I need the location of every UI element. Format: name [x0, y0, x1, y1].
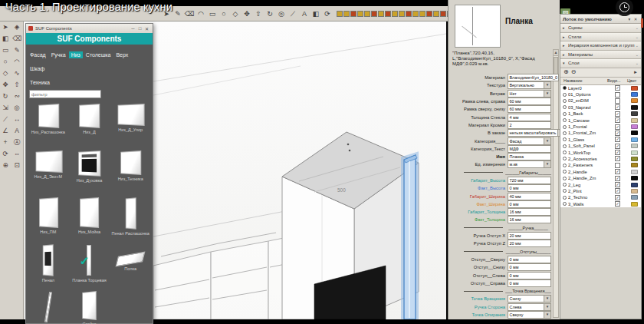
option-input[interactable]: 4 мм	[508, 114, 551, 121]
swatch-12[interactable]	[419, 11, 426, 17]
polygon-tool[interactable]: ◇	[0, 68, 11, 78]
layer-row[interactable]: 1_Frontal✓	[560, 124, 641, 130]
scroll-up-icon[interactable]: ▲	[554, 50, 558, 56]
maximize-button[interactable]: □	[136, 26, 143, 31]
layer-active-radio[interactable]	[563, 144, 567, 148]
layer-color-swatch[interactable]	[631, 137, 638, 142]
tray-section-Слои[interactable]: ▾Слои⌄	[560, 59, 641, 68]
option-input[interactable]: 20 мм	[508, 240, 551, 247]
layer-visible-checkbox[interactable]: ✓	[615, 169, 620, 174]
layer-color-swatch[interactable]	[631, 92, 638, 97]
layer-details-button[interactable]: ►	[633, 70, 638, 74]
option-input[interactable]: 0 мм	[508, 263, 551, 271]
dropdown-arrow-icon[interactable]: ▼	[544, 295, 551, 303]
orbit-tool[interactable]: ⟳	[0, 148, 11, 159]
add-layer-button[interactable]: ⊕	[564, 68, 569, 76]
dropdown-arrow-icon[interactable]: ▼	[544, 137, 551, 145]
component-filter-input[interactable]	[29, 90, 101, 98]
protractor-tool[interactable]: ∠	[0, 125, 11, 136]
layer-active-radio[interactable]	[563, 157, 567, 160]
layer-visible-checkbox[interactable]: ✓	[615, 111, 620, 117]
layer-row[interactable]: 1_Carcase✓	[560, 117, 641, 123]
tab-Столешка[interactable]: Столешка	[84, 51, 113, 58]
option-select-value[interactable]: Вертикально	[508, 81, 544, 89]
paint-tool[interactable]: ◧	[0, 33, 11, 44]
layer-active-radio[interactable]	[563, 177, 567, 180]
swatch-11[interactable]	[412, 11, 419, 17]
layer-visible-checkbox[interactable]: ✓	[615, 117, 620, 123]
move-icon[interactable]: ✥	[242, 8, 252, 19]
layer-visible-checkbox[interactable]: ✓	[615, 176, 620, 181]
tab-Техника[interactable]: Техника	[28, 79, 52, 86]
component-card[interactable]: Пенал	[28, 242, 69, 289]
option-select-value[interactable]: м.кв	[508, 160, 544, 168]
layer-row[interactable]: Layer0✓	[560, 85, 641, 91]
minimize-button[interactable]: ─	[130, 26, 136, 31]
swatch-13[interactable]	[426, 11, 432, 17]
layer-active-radio[interactable]	[563, 86, 567, 90]
layer-active-radio[interactable]	[563, 150, 567, 154]
option-select-value[interactable]: Слева	[508, 303, 544, 311]
layer-row[interactable]: 1_Frontal_Zm✓	[560, 130, 641, 136]
option-input[interactable]: 20 мм	[508, 232, 551, 240]
zoom-tool[interactable]: ⊕	[0, 160, 11, 170]
layer-row[interactable]: 2_Plint✓	[560, 188, 641, 194]
layer-row[interactable]: 2_Accessories✓	[560, 156, 641, 162]
swatch-8[interactable]	[392, 11, 398, 17]
layer-color-swatch[interactable]	[631, 118, 638, 123]
option-input[interactable]: 0 мм	[508, 184, 551, 192]
rotate-tool[interactable]: ↻	[0, 91, 11, 101]
layer-color-swatch[interactable]	[631, 183, 638, 187]
layer-row[interactable]: 2_Techno✓	[560, 194, 641, 200]
option-input[interactable]: 16 мм	[508, 216, 551, 223]
option-input[interactable]: 40 мм	[508, 193, 551, 200]
swatch-9[interactable]	[399, 11, 405, 17]
edge-scrollbar-thumb[interactable]	[641, 18, 643, 28]
component-card[interactable]: Низ_Мойка	[69, 195, 110, 242]
layer-visible-checkbox[interactable]: ✓	[615, 195, 620, 200]
layer-color-swatch[interactable]	[631, 170, 638, 174]
swatch-0[interactable]	[337, 11, 343, 17]
tape-measure-tool[interactable]: ⟋	[0, 114, 11, 124]
layer-active-radio[interactable]	[563, 105, 567, 109]
move-tool[interactable]: ✥	[0, 79, 11, 90]
layer-active-radio[interactable]	[563, 137, 567, 141]
layer-active-radio[interactable]	[563, 196, 567, 200]
component-card[interactable]: Стойка	[69, 289, 110, 324]
layer-row[interactable]: 03_Napravl✓	[560, 104, 641, 111]
scale-tool[interactable]: ⇲	[0, 102, 11, 113]
option-input[interactable]: 2	[508, 121, 551, 129]
3d-text-tool[interactable]: Ⓐ	[12, 137, 22, 147]
swatch-10[interactable]	[406, 11, 412, 17]
layer-row[interactable]: 3_Walls✓	[560, 201, 641, 207]
tray-section-Материалы[interactable]: ▸Материалы⌄	[560, 51, 641, 60]
tab-Фасад[interactable]: Фасад	[28, 51, 48, 58]
component-card[interactable]: Полка	[110, 242, 151, 289]
layer-visible-checkbox[interactable]: ✓	[615, 124, 620, 130]
remove-layer-button[interactable]: ⊖	[571, 68, 577, 76]
zoom-extents-tool[interactable]: ⊡	[12, 160, 22, 170]
dropdown-arrow-icon[interactable]: ▼	[544, 81, 551, 89]
layer-color-swatch[interactable]	[631, 144, 638, 148]
swatch-5[interactable]	[371, 11, 377, 17]
pan-tool[interactable]: ⇔	[12, 148, 22, 159]
option-select-value[interactable]: Снизу	[508, 295, 544, 303]
options-scrollbar[interactable]: ▲	[553, 49, 559, 318]
orbit-icon[interactable]: ⟳	[322, 8, 333, 19]
option-input[interactable]: Планка	[508, 153, 551, 160]
option-select-value[interactable]: Сверху	[508, 311, 544, 319]
layer-active-radio[interactable]	[563, 164, 567, 167]
dropdown-arrow-icon[interactable]: ▼	[544, 311, 551, 319]
layer-visible-checkbox[interactable]	[615, 163, 620, 168]
layer-row[interactable]: 1_Glass✓	[560, 137, 641, 143]
close-button[interactable]: ✕	[143, 26, 150, 31]
layer-row[interactable]: 2_Handle_Zm✓	[560, 175, 641, 181]
push-pull-tool[interactable]: ⇧	[12, 79, 22, 90]
dropdown-arrow-icon[interactable]: ▼	[544, 90, 551, 98]
layer-color-swatch[interactable]	[631, 105, 638, 110]
layer-visible-checkbox[interactable]: ✓	[615, 182, 620, 187]
layer-visible-checkbox[interactable]: ✓	[615, 188, 620, 193]
layer-visible-checkbox[interactable]: ✓	[615, 131, 620, 136]
component-card[interactable]: Низ_Д	[69, 101, 110, 148]
layer-active-radio[interactable]	[563, 112, 567, 116]
